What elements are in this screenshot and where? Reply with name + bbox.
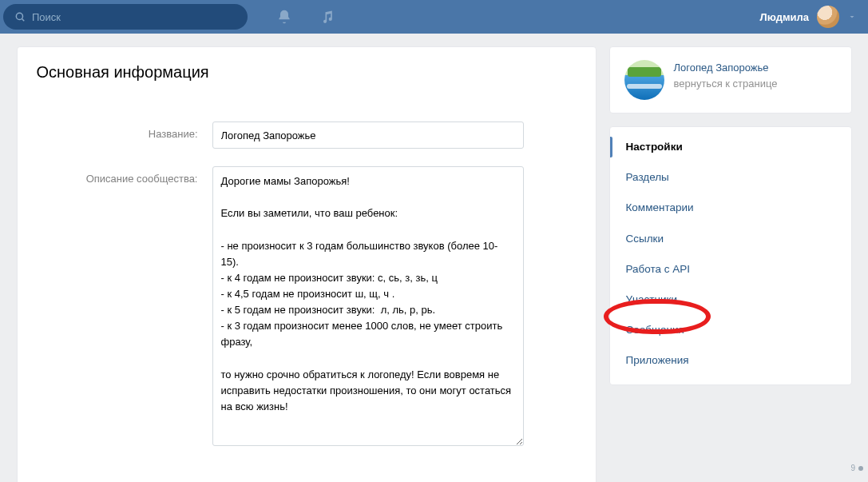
label-description: Описание сообщества: <box>37 166 212 448</box>
community-info: Логопед Запорожье вернуться к странице <box>674 60 778 91</box>
nav-links[interactable]: Ссылки <box>610 224 851 254</box>
svg-line-1 <box>22 19 25 22</box>
search-input[interactable] <box>32 11 236 23</box>
nav-label: Ссылки <box>626 233 664 245</box>
avatar <box>817 6 839 28</box>
community-description-textarea[interactable] <box>212 166 524 446</box>
nav-messages[interactable]: Сообщения <box>610 315 851 345</box>
community-name-input[interactable] <box>212 121 524 149</box>
svg-point-0 <box>16 13 22 19</box>
music-icon[interactable] <box>319 9 335 25</box>
community-name: Логопед Запорожье <box>674 62 778 75</box>
settings-nav: Настройки Разделы Комментарии Ссылки Раб… <box>610 127 851 384</box>
page-title: Основная информация <box>37 63 577 82</box>
notifications-icon[interactable] <box>276 9 292 25</box>
nav-settings[interactable]: Настройки <box>610 132 851 162</box>
nav-label: Разделы <box>626 171 669 183</box>
status-number: 9 <box>850 464 855 472</box>
label-name: Название: <box>37 121 212 149</box>
control-description <box>212 166 577 448</box>
community-back-link[interactable]: вернуться к странице <box>674 77 778 91</box>
nav-sections[interactable]: Разделы <box>610 162 851 193</box>
header-icons <box>276 9 335 25</box>
community-card: Логопед Запорожье вернуться к странице <box>609 46 852 114</box>
sidebar: Логопед Запорожье вернуться к странице Н… <box>609 46 852 482</box>
nav-comments[interactable]: Комментарии <box>610 193 851 223</box>
row-description: Описание сообщества: <box>37 166 577 448</box>
nav-label: Участники <box>626 293 678 305</box>
chevron-down-icon <box>847 12 857 22</box>
nav-label: Настройки <box>626 141 683 153</box>
page-body: Основная информация Название: Описание с… <box>0 34 868 482</box>
nav-members[interactable]: Участники <box>610 285 851 315</box>
user-menu[interactable]: Людмила <box>760 6 862 28</box>
status-indicator: 9 <box>850 464 863 472</box>
row-name: Название: <box>37 121 577 149</box>
nav-label: Комментарии <box>626 201 694 213</box>
search-icon <box>14 11 26 22</box>
nav-label: Работа с API <box>626 263 691 275</box>
search-box[interactable] <box>3 4 248 30</box>
nav-label: Сообщения <box>626 324 684 336</box>
app-header: Людмила <box>0 0 868 34</box>
community-header[interactable]: Логопед Запорожье вернуться к странице <box>610 47 851 113</box>
control-name <box>212 121 577 149</box>
nav-api[interactable]: Работа с API <box>610 254 851 285</box>
community-logo <box>624 60 664 100</box>
main-panel: Основная информация Название: Описание с… <box>17 46 597 482</box>
settings-nav-card: Настройки Разделы Комментарии Ссылки Раб… <box>609 126 852 385</box>
nav-label: Приложения <box>626 354 689 366</box>
user-name: Людмила <box>760 11 809 23</box>
status-dot-icon <box>858 466 863 471</box>
nav-apps[interactable]: Приложения <box>610 345 851 376</box>
